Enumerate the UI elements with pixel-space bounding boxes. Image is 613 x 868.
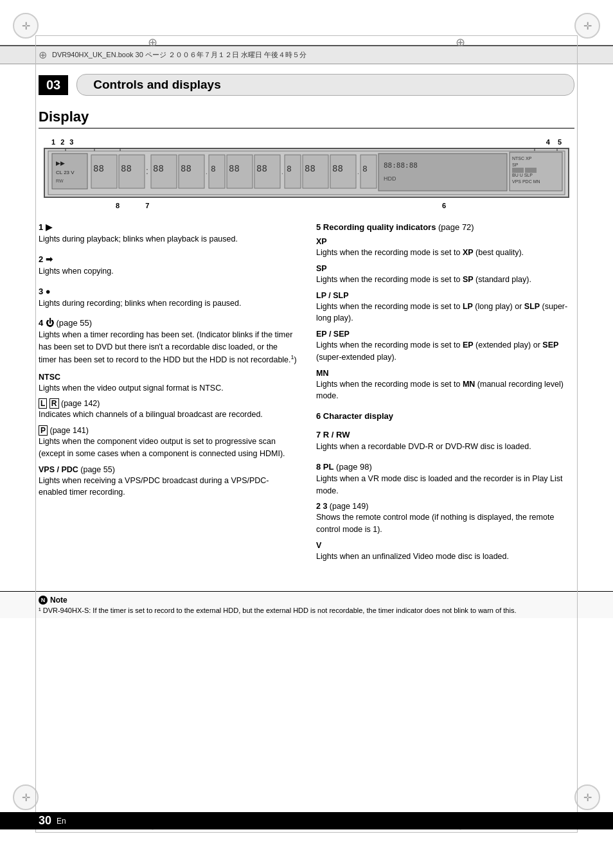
item-1-symbol: ▶: [46, 222, 52, 232]
item-1-desc: Lights during playback; blinks when play…: [39, 233, 297, 245]
item-5-sp-desc: Lights when the recording mode is set to…: [316, 274, 574, 286]
svg-text:88: 88: [181, 163, 191, 173]
svg-text:HDD: HDD: [384, 175, 396, 182]
item-5: 5 Recording quality indicators (page 72)…: [316, 222, 574, 402]
svg-text:88: 88: [121, 163, 132, 173]
panel-num-2: 2: [60, 138, 64, 146]
svg-text:RW: RW: [56, 179, 64, 183]
page-number: 30: [39, 814, 51, 828]
crosshair-top-left: ⊕: [148, 35, 157, 49]
item-4-progressive-desc: Lights when the component video output i…: [39, 436, 297, 460]
item-7-number: 7: [316, 430, 321, 439]
item-3-number: 3: [39, 287, 43, 296]
panel-num-4: 4: [546, 138, 550, 146]
item-4-vps-pdc-desc: Lights when receiving a VPS/PDC broadcas…: [39, 475, 297, 499]
svg-text:NTSC XP: NTSC XP: [512, 156, 532, 161]
svg-text:88: 88: [153, 163, 164, 173]
item-5-pageref: (page 72): [438, 222, 474, 232]
item-5-mn-title: MN: [316, 369, 574, 378]
main-content: Display 1 2 3 4 5 ▶▶ CL 23 V RW: [0, 96, 613, 585]
item-4-progressive: P (page 141) Lights when the component v…: [39, 426, 297, 460]
right-column: 5 Recording quality indicators (page 72)…: [316, 222, 574, 572]
panel-num-5: 5: [558, 138, 562, 146]
item-8-title: PL: [323, 462, 334, 472]
item-1: 1 ▶ Lights during playback; blinks when …: [39, 222, 297, 245]
item-2-symbol: ➡: [46, 254, 53, 264]
item-4-lr-title: L R (page 142): [39, 399, 297, 408]
item-4-vps-pdc-title: VPS / PDC (page 55): [39, 465, 297, 474]
corner-decoration-br: [568, 778, 607, 817]
item-2: 2 ➡ Lights when copying.: [39, 254, 297, 278]
section-title: Controls and displays: [76, 74, 574, 96]
crosshair-top-right: ⊕: [456, 35, 465, 49]
item-5-sp: SP Lights when the recording mode is set…: [316, 264, 574, 286]
display-heading: Display: [39, 109, 574, 128]
item-7: 7 R / RW Lights when a recordable DVD-R …: [316, 430, 574, 453]
svg-text:8: 8: [287, 164, 292, 173]
note-label: Note: [50, 596, 67, 605]
svg-text:VPS PDC MN: VPS PDC MN: [512, 179, 540, 184]
svg-text:8: 8: [362, 164, 368, 173]
svg-text:88: 88: [305, 163, 315, 173]
panel-num-3: 3: [69, 138, 73, 146]
panel-num-7-bottom: 7: [145, 202, 149, 209]
item-8-desc: Lights when a VR mode disc is loaded and…: [316, 473, 574, 497]
panel-diagram: 1 2 3 4 5 ▶▶ CL 23 V RW 88 88: [39, 138, 574, 209]
item-4-pageref: (page 55): [56, 318, 92, 328]
item-4-number: 4: [39, 318, 43, 328]
item-1-number: 1: [39, 222, 43, 232]
svg-text:SP: SP: [512, 163, 519, 167]
item-4-symbol: ⏻: [46, 318, 54, 328]
item-4-ntsc: NTSC Lights when the video output signal…: [39, 373, 297, 394]
svg-text:88: 88: [93, 163, 104, 173]
svg-text:CL 23 V: CL 23 V: [56, 170, 75, 175]
item-4-ntsc-desc: Lights when the video output signal form…: [39, 382, 297, 394]
note-title: N Note: [39, 596, 574, 605]
svg-text:88:88:88: 88:88:88: [384, 161, 418, 170]
item-8-v-title: V: [316, 541, 574, 550]
item-6-number: 6: [316, 411, 321, 421]
item-3: 3 ● Lights during recording; blinks when…: [39, 287, 297, 310]
note-section: N Note ¹ DVR-940HX-S: If the timer is se…: [0, 591, 613, 618]
svg-text:▶▶: ▶▶: [56, 160, 65, 166]
panel-num-8-bottom: 8: [116, 202, 120, 209]
svg-rect-39: [525, 168, 537, 173]
item-5-mn: MN Lights when the recording mode is set…: [316, 369, 574, 403]
item-8-v-desc: Lights when an unfinalized Video mode di…: [316, 551, 574, 563]
svg-text:.: .: [357, 168, 359, 175]
item-4-ntsc-title: NTSC: [39, 373, 297, 382]
left-column: 1 ▶ Lights during playback; blinks when …: [39, 222, 297, 572]
header-bar: ⊕ DVR940HX_UK_EN.book 30 ページ ２００６年７月１２日 …: [0, 45, 613, 64]
descriptions: 1 ▶ Lights during playback; blinks when …: [39, 222, 574, 572]
item-5-ep-sep-desc: Lights when the recording mode is set to…: [316, 339, 574, 364]
footer-bar: 30 En: [0, 812, 613, 829]
item-6: 6 Character display: [316, 411, 574, 421]
svg-text:.: .: [281, 168, 283, 175]
item-8-pageref: (page 98): [336, 462, 372, 472]
svg-rect-38: [512, 168, 524, 173]
svg-text:8: 8: [211, 164, 216, 173]
item-5-title: Recording quality indicators: [323, 222, 436, 232]
item-5-xp-title: XP: [316, 237, 574, 246]
item-5-xp-desc: Lights when the recording mode is set to…: [316, 247, 574, 259]
item-7-desc: Lights when a recordable DVD-R or DVD-RW…: [316, 441, 574, 453]
item-4-vps-pdc: VPS / PDC (page 55) Lights when receivin…: [39, 465, 297, 499]
panel-svg: ▶▶ CL 23 V RW 88 88 : 88 88 . 8 88 88 . …: [39, 147, 574, 199]
svg-text:BU U SLP: BU U SLP: [512, 173, 533, 177]
corner-decoration-bl: [6, 778, 45, 817]
item-5-sp-title: SP: [316, 264, 574, 273]
item-5-ep-sep-title: EP / SEP: [316, 330, 574, 339]
item-5-lp-slp-desc: Lights when the recording mode is set to…: [316, 301, 574, 325]
panel-num-1: 1: [51, 138, 55, 146]
item-8: 8 PL (page 98) Lights when a VR mode dis…: [316, 462, 574, 563]
note-footnote: ¹ DVR-940HX-S: If the timer is set to re…: [39, 607, 574, 614]
item-3-desc: Lights during recording; blinks when rec…: [39, 297, 297, 310]
item-5-number: 5: [316, 222, 321, 232]
item-7-title: R / RW: [323, 430, 350, 439]
panel-num-6-bottom: 6: [442, 202, 446, 209]
item-3-symbol: ●: [46, 287, 51, 296]
footer-lang: En: [57, 817, 66, 826]
item-8-remote: 2 3 (page 149) Shows the remote control …: [316, 502, 574, 536]
item-5-lp-slp: LP / SLP Lights when the recording mode …: [316, 291, 574, 325]
item-2-number: 2: [39, 254, 43, 264]
